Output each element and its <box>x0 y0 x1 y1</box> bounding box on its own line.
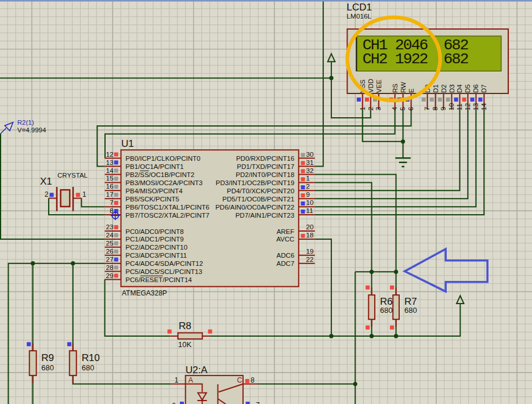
svg-text:17: 17 <box>106 190 113 199</box>
svg-text:RW: RW <box>400 82 407 93</box>
svg-text:31: 31 <box>306 158 314 167</box>
svg-text:680: 680 <box>404 306 417 315</box>
svg-text:680: 680 <box>82 363 95 372</box>
svg-text:29: 29 <box>106 272 113 280</box>
svg-text:8: 8 <box>431 107 439 111</box>
svg-text:5: 5 <box>399 107 407 111</box>
svg-text:2: 2 <box>172 402 176 404</box>
svg-text:R8: R8 <box>179 320 191 331</box>
svg-text:R10: R10 <box>82 352 100 363</box>
svg-text:R9: R9 <box>41 352 54 363</box>
svg-text:E: E <box>408 88 415 93</box>
svg-text:12: 12 <box>106 150 113 158</box>
svg-text:PB6/TOSC1/XTAL1/PCINT6: PB6/TOSC1/XTAL1/PCINT6 <box>125 204 209 211</box>
svg-text:ADC7: ADC7 <box>277 260 295 267</box>
svg-text:6: 6 <box>407 107 415 111</box>
svg-text:1: 1 <box>306 174 310 182</box>
svg-text:D2: D2 <box>440 84 447 93</box>
svg-text:A: A <box>188 376 193 384</box>
svg-text:PC5/ADC5/SCL/PCINT13: PC5/ADC5/SCL/PCINT13 <box>125 268 202 275</box>
svg-text:27: 27 <box>106 255 113 264</box>
svg-text:X1: X1 <box>40 176 52 187</box>
svg-text:PB3/MOSI/OC2A/PCINT3: PB3/MOSI/OC2A/PCINT3 <box>125 179 202 186</box>
svg-text:26: 26 <box>106 247 114 255</box>
svg-text:9: 9 <box>306 190 310 199</box>
svg-text:2: 2 <box>45 190 49 199</box>
svg-text:V=4.9994: V=4.9994 <box>17 127 46 134</box>
svg-text:8: 8 <box>251 376 255 384</box>
svg-text:28: 28 <box>106 264 114 272</box>
svg-text:D6: D6 <box>472 84 479 93</box>
svg-text:24: 24 <box>106 231 114 239</box>
svg-text:PD5/T1/OC0B/PCINT21: PD5/T1/OC0B/PCINT21 <box>222 196 294 203</box>
svg-text:CRYSTAL: CRYSTAL <box>57 172 88 179</box>
svg-text:PC1/ADC1/PCINT9: PC1/ADC1/PCINT9 <box>125 236 183 243</box>
svg-text:D3: D3 <box>448 84 455 93</box>
svg-text:2: 2 <box>367 107 375 111</box>
svg-text:PC2/ADC2/PCINT10: PC2/ADC2/PCINT10 <box>125 244 187 251</box>
svg-text:680: 680 <box>41 363 54 372</box>
svg-text:14: 14 <box>480 103 488 111</box>
svg-text:16: 16 <box>106 182 114 190</box>
svg-text:23: 23 <box>106 223 114 231</box>
svg-text:PB1/OC1A/PCINT1: PB1/OC1A/PCINT1 <box>125 163 183 170</box>
svg-text:2: 2 <box>306 182 310 190</box>
svg-text:U1: U1 <box>121 138 134 149</box>
svg-text:7: 7 <box>423 107 431 111</box>
svg-text:VDD: VDD <box>367 79 374 93</box>
svg-text:PC3/ADC3/PCINT11: PC3/ADC3/PCINT11 <box>125 252 187 259</box>
svg-text:PD6/AIN0/OC0A/PCINT22: PD6/AIN0/OC0A/PCINT22 <box>215 204 294 211</box>
svg-text:32: 32 <box>306 167 314 175</box>
svg-text:PC6/RESET/PCINT14: PC6/RESET/PCINT14 <box>125 276 192 283</box>
svg-text:1: 1 <box>175 376 179 384</box>
svg-text:ATMEGA328P: ATMEGA328P <box>122 289 167 297</box>
svg-text:D1: D1 <box>432 84 439 93</box>
svg-text:13: 13 <box>472 103 480 111</box>
svg-text:1: 1 <box>82 190 86 199</box>
svg-text:PB0/ICP1/CLKO/PCINT0: PB0/ICP1/CLKO/PCINT0 <box>125 155 200 162</box>
svg-text:U2:A: U2:A <box>186 365 208 376</box>
svg-text:D5: D5 <box>464 84 471 93</box>
svg-text:10: 10 <box>306 199 314 207</box>
svg-text:PD3/INT1/OC2B/PCINT19: PD3/INT1/OC2B/PCINT19 <box>216 179 294 186</box>
svg-text:15: 15 <box>106 174 114 182</box>
svg-text:14: 14 <box>106 167 114 175</box>
svg-text:PD4/T0/XCK/PCINT20: PD4/T0/XCK/PCINT20 <box>227 187 294 194</box>
svg-text:PC0/ADC0/PCINT8: PC0/ADC0/PCINT8 <box>125 228 183 235</box>
svg-text:PD2/INT0/PCINT18: PD2/INT0/PCINT18 <box>236 171 294 178</box>
svg-text:25: 25 <box>106 239 114 247</box>
svg-text:LM016L: LM016L <box>347 12 372 20</box>
svg-text:4: 4 <box>390 107 399 111</box>
svg-text:11: 11 <box>455 103 464 110</box>
svg-text:PC4/ADC4/SDA/PCINT12: PC4/ADC4/SDA/PCINT12 <box>125 260 203 267</box>
svg-text:PB4/MISO/PCINT4: PB4/MISO/PCINT4 <box>125 187 183 194</box>
svg-text:RS: RS <box>392 84 399 93</box>
svg-text:12: 12 <box>464 103 472 110</box>
svg-text:ADC6: ADC6 <box>277 252 295 259</box>
svg-text:D7: D7 <box>480 84 487 93</box>
svg-text:R2(1): R2(1) <box>17 119 34 126</box>
svg-text:VEE: VEE <box>375 80 382 93</box>
svg-text:D4: D4 <box>456 84 463 93</box>
svg-text:AVCC: AVCC <box>276 236 294 243</box>
svg-text:CH2 1922 682: CH2 1922 682 <box>363 50 469 68</box>
svg-text:20: 20 <box>306 223 314 231</box>
svg-text:9: 9 <box>439 107 447 111</box>
svg-text:PD0/RXD/PCINT16: PD0/RXD/PCINT16 <box>236 155 294 162</box>
svg-text:10: 10 <box>447 103 455 111</box>
svg-text:1: 1 <box>359 107 367 111</box>
svg-text:30: 30 <box>306 150 314 158</box>
svg-text:680: 680 <box>380 306 393 315</box>
svg-text:19: 19 <box>306 247 314 255</box>
svg-text:18: 18 <box>306 231 314 239</box>
svg-text:3: 3 <box>374 107 382 111</box>
svg-text:PB2/SS/OC1B/PCINT2: PB2/SS/OC1B/PCINT2 <box>125 171 194 178</box>
svg-text:PD7/AIN1/PCINT23: PD7/AIN1/PCINT23 <box>236 212 295 219</box>
svg-text:22: 22 <box>306 255 314 264</box>
svg-text:11: 11 <box>306 207 313 215</box>
svg-text:PB5/SCK/PCINT5: PB5/SCK/PCINT5 <box>125 196 179 203</box>
svg-text:C: C <box>237 376 243 384</box>
svg-text:AREF: AREF <box>277 228 295 235</box>
svg-text:7: 7 <box>256 401 260 404</box>
svg-text:PB7/TOSC2/XTAL2/PCINT7: PB7/TOSC2/XTAL2/PCINT7 <box>125 212 209 219</box>
